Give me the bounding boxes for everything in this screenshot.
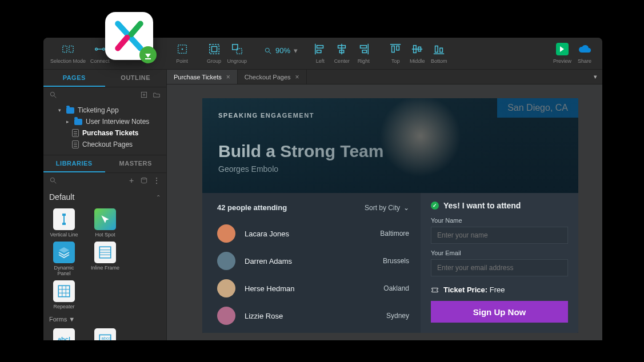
group-button[interactable]: Group: [203, 43, 225, 64]
widget-label: Dynamic Panel: [48, 266, 80, 277]
lib-import-icon[interactable]: [140, 176, 148, 184]
folder-icon: [66, 107, 74, 114]
avatar: [217, 252, 235, 270]
align-top-icon: [389, 43, 402, 55]
doc-tab-purchase[interactable]: Purchase Tickets×: [167, 70, 238, 84]
attendee-row[interactable]: Darren Adams Brussels: [217, 247, 409, 275]
share-label: Share: [578, 58, 591, 64]
widget-inline-frame[interactable]: Inline Frame: [89, 242, 121, 277]
tab-outline[interactable]: OUTLINE: [105, 70, 167, 87]
canvas[interactable]: SPEAKING ENGAGEMENT Build a Strong Team …: [167, 85, 602, 340]
vertical-line-icon: [53, 208, 75, 230]
ungroup-label: Ungroup: [227, 58, 247, 64]
connect-label: Connect: [90, 58, 110, 64]
group-icon: [208, 43, 221, 55]
align-middle-icon: [411, 43, 423, 55]
download-badge-icon: [139, 46, 157, 63]
align-right-button[interactable]: Right: [353, 43, 374, 64]
dynamic-panel-icon: [53, 242, 75, 263]
signup-form: ✓Yes! I want to attend Your Name Your Em…: [421, 193, 578, 333]
svg-rect-39: [62, 214, 66, 216]
tab-libraries[interactable]: LIBRARIES: [43, 155, 105, 172]
align-center-button[interactable]: Center: [331, 43, 353, 64]
email-input[interactable]: [431, 259, 568, 276]
point-label: Point: [176, 58, 188, 64]
chevron-down-icon: ▾: [294, 46, 298, 55]
align-center-icon: [335, 43, 348, 55]
point-button[interactable]: Point: [171, 43, 193, 64]
signup-button[interactable]: Sign Up Now: [431, 301, 568, 323]
tree-page-checkout[interactable]: Checkout Pages: [43, 139, 166, 150]
svg-text:abcd: abcd: [102, 336, 111, 340]
svg-rect-8: [211, 46, 217, 51]
svg-rect-0: [63, 46, 67, 53]
connect-icon: [94, 43, 106, 55]
svg-rect-7: [209, 45, 219, 54]
widget-form-2[interactable]: abcd: [89, 328, 121, 340]
zoom-control[interactable]: 90% ▾: [264, 46, 298, 55]
tab-pages[interactable]: PAGES: [43, 70, 105, 87]
lib-search-icon[interactable]: [49, 176, 57, 184]
speaker-name: Georges Embolo: [218, 164, 562, 174]
pages-search-icon[interactable]: [49, 91, 57, 99]
add-page-icon[interactable]: [140, 91, 148, 99]
widget-form-1[interactable]: abc|: [48, 328, 80, 340]
ticket-icon: [431, 286, 439, 294]
play-icon: [556, 43, 569, 55]
ungroup-button[interactable]: Ungroup: [225, 43, 250, 64]
widget-label: Hot Spot: [95, 232, 115, 238]
preview-button[interactable]: Preview: [551, 43, 574, 64]
widget-label: Vertical Line: [50, 232, 78, 238]
align-top-button[interactable]: Top: [385, 43, 406, 64]
close-icon[interactable]: ×: [226, 73, 230, 81]
attendee-name: Lizzie Rose: [245, 312, 377, 320]
selection-mode-button[interactable]: Selection Mode: [48, 43, 88, 64]
widget-dynamic-panel[interactable]: Dynamic Panel: [48, 242, 80, 277]
svg-rect-20: [361, 46, 367, 49]
align-right-icon: [357, 43, 370, 55]
attendee-city: Brussels: [383, 257, 409, 265]
widget-hotspot[interactable]: Hot Spot: [89, 208, 121, 238]
share-button[interactable]: Share: [574, 43, 595, 64]
align-bottom-button[interactable]: Bottom: [428, 43, 450, 64]
attendee-row[interactable]: Herse Hedman Oakland: [217, 275, 409, 302]
align-middle-button[interactable]: Middle: [406, 43, 428, 64]
tab-masters[interactable]: MASTERS: [105, 155, 167, 172]
library-select[interactable]: Default ⌃: [43, 188, 166, 206]
align-left-label: Left: [316, 58, 325, 64]
attendee-city: Oakland: [383, 284, 409, 292]
svg-point-3: [102, 48, 105, 50]
email-label: Your Email: [431, 250, 568, 256]
tree-folder-notes[interactable]: ▸User Interview Notes: [43, 116, 166, 127]
doc-tab-checkout[interactable]: Checkout Pages×: [238, 70, 307, 84]
lib-more-icon[interactable]: ⋮: [153, 176, 161, 184]
widget-vertical-line[interactable]: Vertical Line: [48, 208, 80, 238]
group-label: Group: [207, 58, 221, 64]
zoom-value: 90%: [275, 46, 290, 55]
tree-label: Ticketing App: [78, 106, 119, 114]
svg-rect-30: [440, 48, 443, 52]
name-input[interactable]: [431, 227, 568, 244]
add-folder-icon[interactable]: [153, 91, 161, 99]
tree-folder-root[interactable]: ▾Ticketing App: [43, 104, 166, 116]
attending-count: 42 people attending: [217, 203, 287, 212]
align-middle-label: Middle: [410, 58, 425, 64]
svg-point-36: [50, 178, 54, 182]
sort-dropdown[interactable]: Sort by City⌄: [365, 204, 409, 212]
textbox-icon: abc|: [53, 328, 75, 340]
widget-repeater[interactable]: Repeater: [48, 280, 80, 310]
tree-page-purchase[interactable]: Purchase Tickets: [43, 127, 166, 139]
attendee-row[interactable]: Lizzie Rose Sydney: [217, 302, 409, 329]
align-right-label: Right: [358, 58, 370, 64]
close-icon[interactable]: ×: [295, 73, 299, 81]
attendee-row[interactable]: Lacara Jones Baltimore: [217, 220, 409, 247]
price-value: Free: [490, 285, 505, 294]
app-logo-tile: [105, 12, 153, 60]
lib-add-icon[interactable]: +: [127, 176, 135, 184]
tabs-menu-button[interactable]: ▾: [589, 70, 602, 84]
forms-section[interactable]: Forms ▼: [43, 312, 166, 326]
align-left-button[interactable]: Left: [309, 43, 331, 64]
point-icon: [176, 43, 189, 55]
svg-line-32: [54, 96, 57, 98]
folder-icon: [74, 119, 82, 125]
